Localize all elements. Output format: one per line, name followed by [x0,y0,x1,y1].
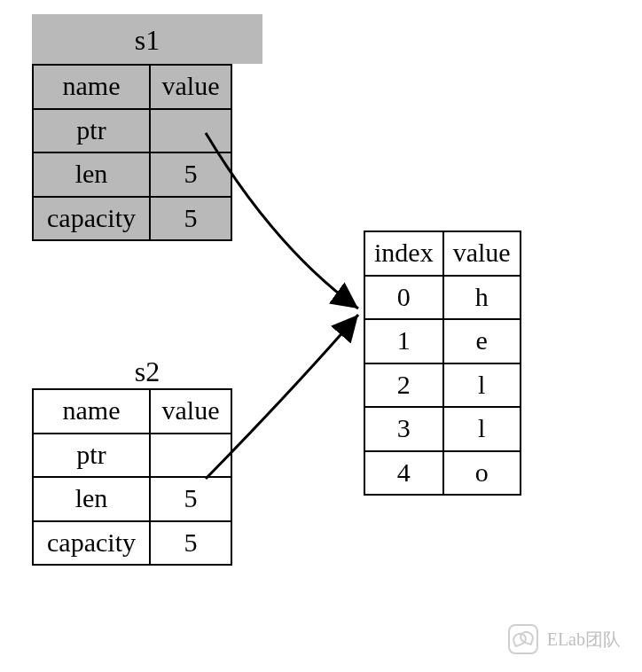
table-row: 0 h [364,276,521,320]
struct-s1-table: name value ptr len 5 capacity 5 [32,64,232,241]
cell-name: capacity [33,521,150,566]
struct-s2-table: name value ptr len 5 capacity 5 [32,388,232,566]
table-row: capacity 5 [33,197,231,241]
table-row: 2 l [364,363,521,408]
struct-s1: s1 name value ptr len 5 capacity 5 [32,14,262,241]
header-value: value [150,389,231,434]
header-index: index [364,231,443,276]
watermark-text: ELab团队 [547,628,621,652]
struct-s2: s2 name value ptr len 5 capacity 5 [32,355,262,566]
header-name: name [33,389,150,434]
table-row: name value [33,65,231,109]
table-row: capacity 5 [33,521,231,566]
cell-value: e [443,319,521,363]
cell-name: ptr [33,109,150,153]
cell-name: ptr [33,434,150,478]
cell-value: 5 [150,197,231,241]
wechat-icon [508,624,538,654]
cell-value: 5 [150,521,231,566]
cell-name: len [33,477,150,521]
table-row: 1 e [364,319,521,363]
cell-value [150,109,231,153]
heap-buffer: index value 0 h 1 e 2 l 3 l 4 o [364,231,521,496]
table-row: name value [33,389,231,434]
table-row: 4 o [364,451,521,496]
watermark: ELab团队 [508,624,621,654]
cell-name: len [33,152,150,197]
table-row: len 5 [33,152,231,197]
cell-value: 5 [150,152,231,197]
cell-index: 3 [364,407,443,451]
struct-s2-title: s2 [32,355,262,388]
table-row: 3 l [364,407,521,451]
cell-value: 5 [150,477,231,521]
cell-value [150,434,231,478]
header-value: value [150,65,231,109]
cell-value: o [443,451,521,496]
struct-s1-title: s1 [32,14,262,64]
cell-value: l [443,363,521,408]
cell-name: capacity [33,197,150,241]
cell-index: 1 [364,319,443,363]
cell-index: 4 [364,451,443,496]
cell-index: 2 [364,363,443,408]
header-name: name [33,65,150,109]
table-row: len 5 [33,477,231,521]
cell-value: h [443,276,521,320]
cell-index: 0 [364,276,443,320]
table-row: ptr [33,109,231,153]
table-row: ptr [33,434,231,478]
table-row: index value [364,231,521,276]
heap-table: index value 0 h 1 e 2 l 3 l 4 o [364,231,521,496]
cell-value: l [443,407,521,451]
header-value: value [443,231,521,276]
